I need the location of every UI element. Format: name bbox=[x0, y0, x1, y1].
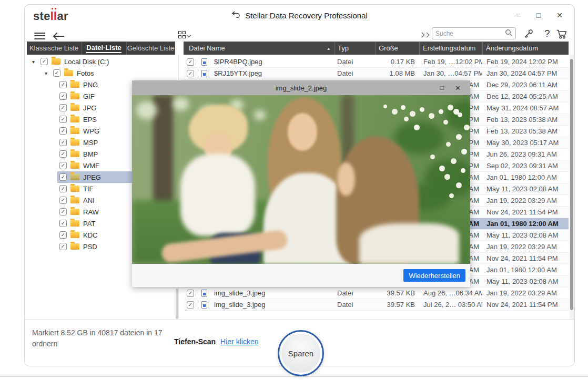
search-box[interactable] bbox=[432, 27, 516, 39]
table-row[interactable]: img_slide_3.jpegDatei39.57 KBJul 26, 2… … bbox=[184, 299, 569, 311]
checkbox[interactable] bbox=[40, 58, 48, 65]
preview-titlebar[interactable]: img_slide_2.jpeg □ ✕ bbox=[132, 80, 470, 95]
close-button[interactable]: ✕ bbox=[556, 11, 563, 19]
file-name: $RJ15YTX.jpeg bbox=[214, 69, 334, 77]
checkbox[interactable] bbox=[187, 290, 194, 297]
folder-icon bbox=[52, 58, 60, 65]
tree-item-label: RAW bbox=[83, 208, 99, 216]
tree-item-label: WPG bbox=[83, 127, 99, 135]
checkbox[interactable] bbox=[59, 127, 67, 135]
toolbar-overflow-icon[interactable] bbox=[420, 33, 429, 37]
checkbox[interactable] bbox=[59, 139, 67, 146]
view-tabs: Klassische ListeDatei-ListeGelöschte Lis… bbox=[27, 42, 175, 55]
modified-date: May 11, 2023 02:08 AM bbox=[482, 231, 569, 239]
tree-item-local-disk-c[interactable]: ▾Local Disk (C:) bbox=[26, 56, 176, 67]
content-status-divider bbox=[25, 319, 574, 320]
save-button[interactable]: Sparen bbox=[278, 330, 324, 376]
restore-button[interactable]: Wiederherstellen bbox=[403, 269, 465, 282]
column-header-erstellungsdatum[interactable]: Erstellungsdatum bbox=[419, 42, 482, 55]
tab-gel-schte-liste[interactable]: Gelöschte Liste bbox=[127, 42, 175, 55]
folder-icon bbox=[70, 232, 79, 238]
preview-title: img_slide_2.jpeg bbox=[276, 84, 327, 92]
search-input[interactable] bbox=[435, 30, 505, 37]
table-row[interactable]: img_slide_3.jpegDatei39.57 KBAug 26, …06… bbox=[184, 287, 569, 299]
table-header: Datei Name▴TypGrößeErstellungsdatumÄnder… bbox=[184, 42, 569, 55]
checkbox[interactable] bbox=[59, 116, 67, 123]
tree-item-label: JPG bbox=[83, 104, 96, 112]
window-title: Stellar Data Recovery Professional bbox=[245, 11, 368, 20]
column-header-datei-name[interactable]: Datei Name▴ bbox=[184, 42, 334, 55]
modified-date: May 11, 2023 02:08 AM bbox=[482, 185, 569, 193]
modified-date: Jan 19, 2022 03:29 AM bbox=[482, 289, 569, 297]
column-header-gr-e[interactable]: Größe bbox=[375, 42, 419, 55]
checkbox[interactable] bbox=[59, 93, 67, 100]
checkbox[interactable] bbox=[59, 150, 67, 158]
column-header-nderungsdatum[interactable]: Änderungsdatum bbox=[482, 42, 569, 55]
checkbox[interactable] bbox=[59, 185, 67, 192]
expander-icon[interactable]: ▾ bbox=[32, 59, 40, 65]
tree-item-label: WMF bbox=[83, 162, 99, 170]
checkbox[interactable] bbox=[187, 70, 194, 77]
checkbox[interactable] bbox=[59, 208, 67, 215]
tree-item-label: BMP bbox=[83, 150, 98, 158]
checkbox[interactable] bbox=[59, 231, 67, 239]
column-label: Größe bbox=[379, 44, 398, 52]
tree-item-label: GIF bbox=[83, 93, 95, 100]
checkbox[interactable] bbox=[59, 197, 67, 204]
checkbox[interactable] bbox=[187, 58, 194, 66]
checkbox[interactable] bbox=[187, 301, 194, 309]
expander-icon[interactable]: ▾ bbox=[45, 70, 53, 76]
tree-item-fotos[interactable]: ▾Fotos bbox=[26, 67, 176, 79]
table-scrollbar[interactable] bbox=[570, 55, 574, 319]
folder-icon bbox=[70, 186, 79, 192]
tab-label: Datei-Liste bbox=[86, 44, 121, 53]
preview-close-button[interactable]: ✕ bbox=[455, 80, 461, 95]
file-type: Datei bbox=[334, 69, 375, 77]
table-row[interactable]: $IPR4BPQ.jpegDatei0.17 KBFeb 19, …12:02 … bbox=[184, 56, 569, 68]
folder-icon bbox=[70, 139, 79, 146]
file-size: 39.57 KB bbox=[375, 289, 419, 297]
back-arrow-icon[interactable] bbox=[52, 32, 65, 43]
scrollbar-thumb[interactable] bbox=[570, 59, 573, 310]
column-header-typ[interactable]: Typ bbox=[334, 42, 375, 55]
preview-maximize-button[interactable]: □ bbox=[440, 80, 444, 95]
tree-item-label: MSP bbox=[83, 139, 98, 147]
maximize-button[interactable]: □ bbox=[536, 11, 541, 19]
modified-date: Feb 13, 2023 05:38 AM bbox=[482, 116, 569, 124]
tree-item-label: ANI bbox=[83, 197, 95, 204]
modified-date: Jan 19, 2022 03:29 AM bbox=[482, 243, 569, 251]
file-icon bbox=[201, 70, 207, 77]
tree-scrollbar[interactable] bbox=[176, 289, 178, 319]
file-size: 1.08 MB bbox=[375, 69, 419, 77]
column-label: Datei Name bbox=[189, 44, 225, 52]
frame-bottom-line bbox=[0, 376, 588, 377]
modified-date: Feb 19, 2024 12:02 PM bbox=[482, 58, 569, 66]
checkbox[interactable] bbox=[59, 243, 67, 250]
created-date: Jul 26, 2… 03:50 AM bbox=[419, 301, 482, 309]
view-switch-icon[interactable] bbox=[178, 31, 190, 38]
checkbox[interactable] bbox=[59, 81, 67, 88]
hamburger-menu-icon[interactable] bbox=[34, 30, 45, 41]
cart-icon[interactable] bbox=[556, 29, 568, 42]
deep-scan-link[interactable]: Hier klicken bbox=[220, 337, 258, 346]
modified-date: Jan 30, 2024 04:57 PM bbox=[482, 69, 569, 77]
folder-icon bbox=[70, 93, 79, 99]
chevron-down-icon bbox=[187, 33, 191, 37]
file-type: Datei bbox=[334, 58, 375, 66]
checkbox[interactable] bbox=[59, 104, 67, 111]
file-icon bbox=[201, 290, 207, 297]
folder-icon bbox=[70, 197, 79, 203]
checkbox[interactable] bbox=[59, 173, 67, 181]
checkbox[interactable] bbox=[59, 220, 67, 227]
tree-item-label: PSD bbox=[83, 243, 97, 251]
checkbox[interactable] bbox=[53, 69, 60, 77]
tab-klassische-liste[interactable]: Klassische Liste bbox=[27, 42, 82, 55]
tree-item-label: Local Disk (C:) bbox=[64, 58, 109, 66]
activation-key-icon[interactable] bbox=[523, 28, 534, 41]
tab-datei-liste[interactable]: Datei-Liste bbox=[82, 42, 127, 55]
minimize-button[interactable]: – bbox=[516, 11, 521, 19]
table-row[interactable]: $RJ15YTX.jpegDatei1.08 MBJan 30, …04:57 … bbox=[184, 68, 569, 79]
help-icon[interactable]: ? bbox=[544, 28, 550, 39]
checkbox[interactable] bbox=[59, 162, 67, 169]
file-type: Datei bbox=[334, 301, 375, 309]
